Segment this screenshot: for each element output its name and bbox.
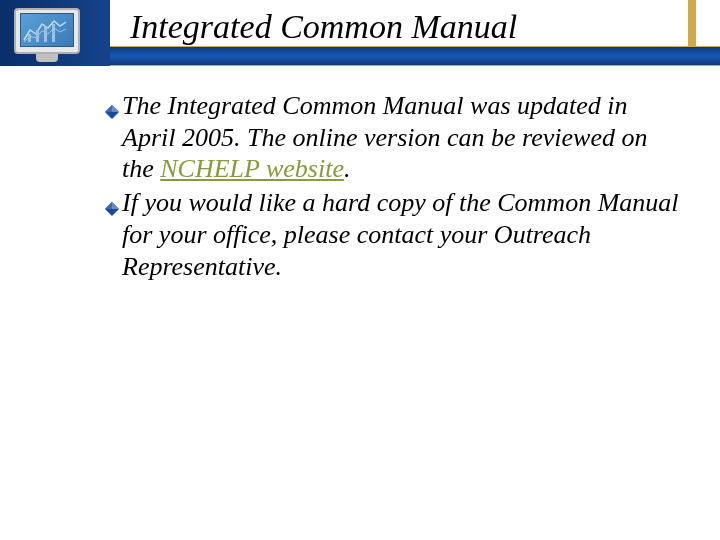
nchelp-website-link[interactable]: NCHELP website [160,154,344,183]
text-run: . [344,154,351,183]
svg-rect-3 [52,24,55,42]
svg-rect-1 [36,30,39,42]
computer-monitor-icon [8,6,86,64]
text-run: If you would like a hard copy of the Com… [122,188,679,280]
slide-title: Integrated Common Manual [130,8,517,46]
diamond-bullet-icon [104,193,120,225]
svg-rect-2 [44,26,47,42]
bullet-item: The Integrated Common Manual was updated… [104,90,680,185]
svg-marker-6 [105,105,112,112]
svg-marker-8 [112,202,119,209]
slide-body: The Integrated Common Manual was updated… [104,90,680,284]
svg-marker-9 [105,202,112,209]
slide-header: Integrated Common Manual [0,0,720,66]
header-gold-tab [688,0,696,46]
svg-marker-5 [112,105,119,112]
bullet-text: The Integrated Common Manual was updated… [122,90,680,185]
bullet-item: If you would like a hard copy of the Com… [104,187,680,282]
svg-rect-0 [28,34,31,42]
bullet-text: If you would like a hard copy of the Com… [122,187,680,282]
diamond-bullet-icon [104,96,120,128]
